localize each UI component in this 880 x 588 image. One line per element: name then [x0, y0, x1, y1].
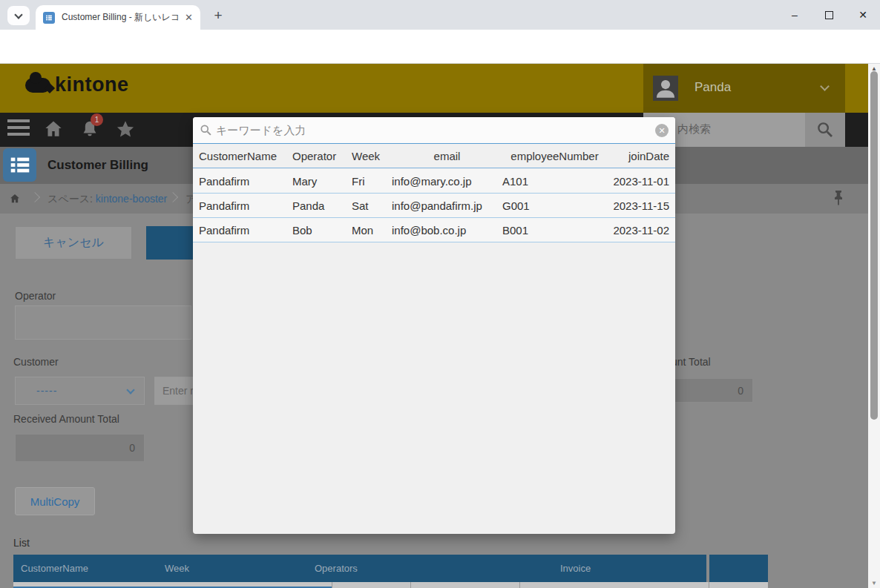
col-week: Week — [352, 150, 392, 162]
maximize-icon — [825, 11, 833, 19]
customer-label: Customer — [13, 356, 59, 368]
cloud-icon — [25, 78, 50, 93]
breadcrumb-separator — [30, 192, 40, 202]
chevron-down-icon — [820, 82, 830, 91]
tab-strip: Customer Billing - 新しいレコード ✕ + – ✕ — [0, 0, 880, 30]
multicopy-button[interactable]: MultiCopy — [15, 487, 95, 515]
user-name: Panda — [695, 80, 731, 95]
cancel-button[interactable]: キャンセル — [15, 226, 132, 260]
kintone-logo[interactable]: kintone — [25, 73, 129, 96]
breadcrumb-space: スペース: kintone-booster — [47, 193, 167, 206]
received-amount-label: Received Amount Total — [13, 413, 119, 425]
browser-tab[interactable]: Customer Billing - 新しいレコード ✕ — [36, 5, 200, 30]
list-col-operators: Operators — [315, 563, 358, 574]
browser-toolbar: ← → pandafirm.cybozu.com/k/3121/edit ☆ S… — [0, 30, 880, 64]
scroll-down-icon[interactable]: ▼ — [868, 580, 880, 587]
chevron-down-icon — [126, 386, 134, 394]
notification-badge: 1 — [91, 113, 103, 126]
page-scrollbar[interactable]: ▲ ▼ — [868, 64, 880, 588]
app-title: Customer Billing — [47, 158, 148, 173]
amount-total-label-fragment: unt Total — [672, 356, 711, 368]
kintone-header: kintone Panda — [0, 64, 868, 113]
portal-home-icon[interactable] — [43, 119, 64, 142]
kintone-favicon-icon — [43, 12, 55, 24]
list-table-header: CustomerName Week Operators Invoice — [13, 555, 706, 582]
kintone-logo-text: kintone — [55, 73, 129, 96]
scrollbar-thumb[interactable] — [870, 71, 878, 420]
col-joindate: joinDate — [607, 150, 669, 162]
operator-label: Operator — [15, 290, 56, 302]
table-row[interactable]: Pandafirm Bob Mon info@bob.co.jp B001 20… — [193, 218, 675, 242]
amount-total-input: 0 — [672, 378, 753, 403]
table-row[interactable]: Pandafirm Panda Sat info@pandafirm.jp G0… — [193, 194, 675, 218]
list-col-week: Week — [165, 563, 189, 574]
app-icon[interactable] — [3, 148, 36, 182]
customer-name-input[interactable]: Enter r — [154, 377, 193, 405]
minimize-button[interactable]: – — [778, 0, 812, 30]
breadcrumb-space-link[interactable]: kintone-booster — [96, 193, 168, 205]
hamburger-menu-icon[interactable] — [7, 119, 30, 139]
close-tab-icon[interactable]: ✕ — [185, 12, 193, 23]
modal-search-placeholder: キーワードを入力 — [216, 124, 306, 138]
clear-search-icon[interactable]: ✕ — [655, 124, 669, 137]
list-col-invoice: Invoice — [560, 563, 591, 574]
operator-input[interactable] — [15, 305, 191, 340]
notifications-bell-icon[interactable]: 1 — [80, 119, 99, 142]
list-table-header-end — [709, 555, 768, 582]
customer-select[interactable]: ----- — [15, 377, 145, 405]
amount-total-value: 0 — [738, 385, 743, 397]
modal-table-body: Pandafirm Mary Fri info@mary.co.jp A101 … — [193, 169, 675, 242]
col-employeenumber: employeeNumber — [502, 150, 607, 162]
received-amount-input: 0 — [15, 434, 145, 462]
lookup-modal: キーワードを入力 ✕ CustomerName Operator Week em… — [193, 117, 675, 534]
list-col-customername: CustomerName — [21, 563, 88, 574]
breadcrumb-separator — [168, 192, 178, 202]
user-avatar — [653, 76, 678, 101]
col-operator: Operator — [292, 150, 352, 162]
favorites-star-icon[interactable] — [115, 119, 136, 142]
col-customername: CustomerName — [199, 150, 292, 162]
chevron-down-icon — [14, 10, 22, 19]
pin-icon[interactable] — [833, 190, 844, 209]
new-tab-button[interactable]: + — [209, 7, 227, 24]
customer-select-placeholder: ----- — [36, 385, 57, 397]
col-email: email — [392, 150, 502, 162]
list-table-row-partial[interactable] — [13, 582, 768, 588]
search-icon — [200, 124, 212, 139]
in-app-search-text: 内検索 — [677, 122, 711, 136]
customer-name-placeholder: Enter r — [162, 385, 194, 397]
modal-table-header: CustomerName Operator Week email employe… — [193, 144, 675, 168]
user-menu[interactable]: Panda — [643, 64, 845, 113]
tab-title: Customer Billing - 新しいレコード — [62, 11, 179, 24]
received-amount-value: 0 — [129, 442, 135, 454]
modal-search-bar[interactable]: キーワードを入力 ✕ — [193, 117, 675, 144]
tab-search-button[interactable] — [7, 6, 30, 25]
table-row[interactable]: Pandafirm Mary Fri info@mary.co.jp A101 … — [193, 169, 675, 194]
close-window-button[interactable]: ✕ — [846, 0, 880, 30]
in-app-search-button[interactable] — [805, 113, 845, 147]
save-button-partial[interactable] — [146, 226, 193, 260]
list-label: List — [13, 537, 30, 549]
maximize-button[interactable] — [812, 0, 846, 30]
breadcrumb-home-icon[interactable] — [9, 193, 21, 207]
